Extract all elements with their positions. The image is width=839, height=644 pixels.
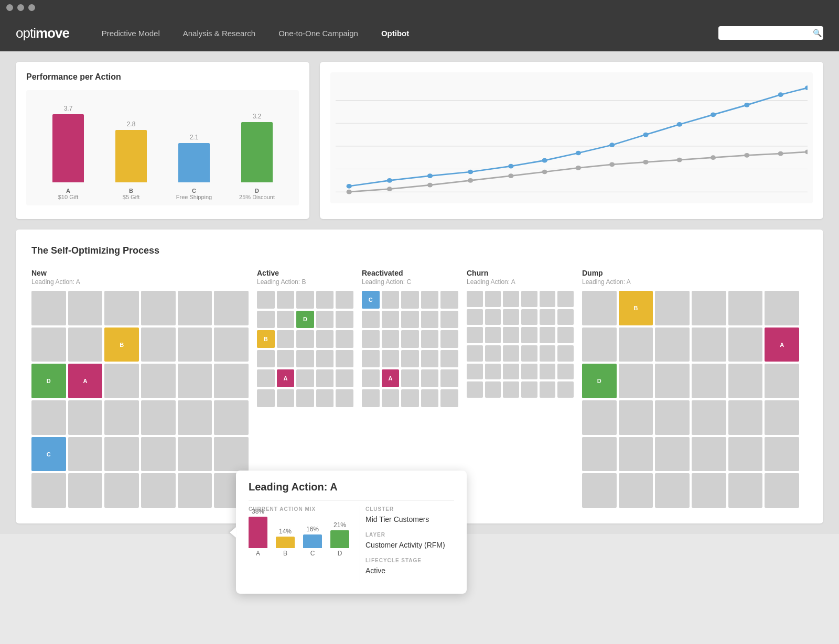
tile	[521, 345, 537, 362]
tile	[316, 330, 334, 348]
bar-group-c: 2.1	[173, 134, 215, 182]
tile	[336, 291, 353, 309]
tile	[728, 473, 763, 508]
tile	[467, 291, 483, 307]
tile	[540, 364, 556, 380]
bar-labels: A$10 Gift B$5 Gift CFree Shipping D25% D…	[37, 188, 288, 200]
bar-chart-container: 3.7 2.8 2.1 3.2	[26, 90, 299, 205]
dot-blue-1	[347, 184, 352, 189]
tile	[104, 400, 139, 435]
cluster-label: CLUSTER	[365, 506, 454, 512]
perf-card-title: Performance per Action	[26, 72, 299, 82]
mini-bar-b: 14% B	[276, 528, 295, 557]
pct-a: 38%	[252, 508, 264, 515]
tile	[401, 369, 419, 387]
tile	[521, 381, 537, 398]
bar-c-mini	[303, 534, 322, 548]
bar-label-d: D25% Discount	[236, 188, 278, 200]
tile-b: B	[257, 330, 275, 348]
dot-gray-7	[576, 166, 581, 170]
bar-value-d: 3.2	[253, 113, 262, 120]
letter-d: D	[338, 550, 342, 557]
tile	[655, 291, 690, 325]
tile	[540, 309, 556, 325]
tile	[336, 350, 353, 368]
dot-gray-12	[744, 153, 749, 158]
dot-gray-1	[347, 190, 352, 194]
tile	[485, 309, 501, 325]
bar-c	[178, 143, 210, 182]
tile-a: A	[277, 369, 295, 387]
tile	[582, 400, 617, 435]
tile	[141, 400, 176, 435]
tile	[178, 291, 212, 325]
tile	[421, 369, 439, 387]
bar-value-b: 2.8	[127, 121, 136, 128]
dot-gray-6	[542, 170, 547, 174]
dot-blue-12	[744, 103, 749, 107]
tile	[467, 345, 483, 362]
divider	[249, 500, 454, 501]
dot-blue-11	[711, 113, 716, 117]
line-chart-area	[330, 72, 813, 203]
tile	[214, 364, 249, 398]
tile	[257, 311, 275, 329]
dot-gray-4	[468, 178, 473, 183]
window-btn-max[interactable]	[28, 4, 35, 11]
tile	[503, 345, 519, 362]
tile	[178, 328, 212, 362]
tile	[421, 350, 439, 368]
tile	[485, 345, 501, 362]
tile	[316, 350, 334, 368]
lifecycle-val: Active	[365, 566, 454, 575]
dot-blue-6	[542, 158, 547, 163]
grid-new: B D A C	[31, 291, 249, 508]
tile	[362, 389, 380, 407]
line-chart-svg	[336, 78, 808, 203]
segment-new-title: New	[31, 269, 249, 277]
dot-gray-10	[677, 158, 682, 162]
tile	[382, 389, 400, 407]
bar-a	[52, 114, 84, 182]
line-gray	[349, 152, 808, 192]
tile	[277, 311, 295, 329]
tile-a: A	[68, 364, 103, 398]
tile	[765, 473, 799, 508]
tile	[68, 437, 103, 472]
lifecycle-label: LIFECYCLE STAGE	[365, 558, 454, 563]
dot-blue-9	[643, 133, 648, 137]
bar-chart: 3.7 2.8 2.1 3.2	[37, 101, 288, 184]
tile	[401, 291, 419, 309]
letter-a: A	[256, 550, 260, 557]
tile	[503, 364, 519, 380]
letter-c: C	[310, 550, 315, 557]
tile	[316, 369, 334, 387]
window-btn-close[interactable]	[6, 4, 13, 11]
section-title: The Self-Optimizing Process	[31, 245, 808, 256]
nav-one-to-one[interactable]: One-to-One Campaign	[267, 29, 370, 38]
tile-d: D	[31, 364, 66, 398]
tile	[141, 437, 176, 472]
nav-optibot[interactable]: Optibot	[370, 29, 421, 38]
tile	[503, 381, 519, 398]
leading-action-popup: Leading Action: A CURRENT ACTION MIX 38%…	[236, 471, 467, 594]
tile	[382, 291, 400, 309]
bar-a-mini	[249, 517, 267, 548]
tile	[692, 364, 726, 398]
tile	[336, 330, 353, 348]
bar-group-b: 2.8	[110, 121, 152, 182]
dot-blue-2	[387, 178, 392, 183]
segment-churn-sub: Leading Action: A	[467, 278, 574, 286]
tile	[214, 437, 249, 472]
search-input[interactable]	[724, 29, 813, 37]
nav-links: Predictive Model Analysis & Research One…	[90, 29, 718, 38]
nav-predictive-model[interactable]: Predictive Model	[90, 29, 171, 38]
nav-analysis-research[interactable]: Analysis & Research	[171, 29, 267, 38]
tile	[421, 291, 439, 309]
tile	[141, 473, 176, 508]
tile	[692, 328, 726, 362]
tile	[655, 364, 690, 398]
tile	[316, 311, 334, 329]
window-btn-min[interactable]	[17, 4, 24, 11]
tile	[728, 291, 763, 325]
